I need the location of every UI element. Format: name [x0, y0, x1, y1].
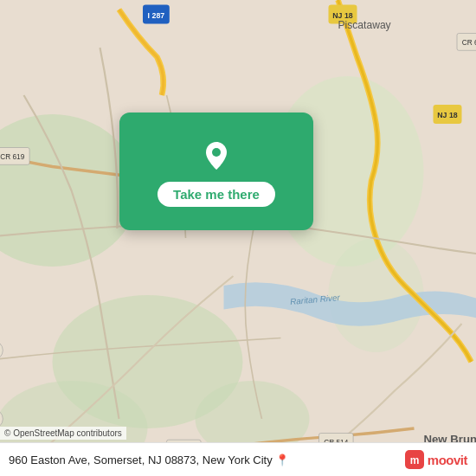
bottom-bar: 960 Easton Ave, Somerset, NJ 08873, New … — [0, 442, 476, 476]
map-attribution: © OpenStreetMap contributors — [0, 427, 126, 440]
map-background: I 287 NJ 18 NJ 18 CR 619 CR 514 CR 514 C… — [0, 0, 476, 476]
moovit-logo: m moovit — [405, 450, 467, 469]
location-card: Take me there — [119, 113, 313, 230]
moovit-app-icon: m — [405, 450, 424, 469]
svg-text:NJ 18: NJ 18 — [437, 111, 458, 119]
take-me-there-button[interactable]: Take me there — [158, 182, 275, 207]
svg-point-29 — [212, 148, 221, 157]
svg-text:Piscataway: Piscataway — [338, 19, 392, 31]
svg-text:CR 619: CR 619 — [0, 153, 24, 161]
location-pin-icon — [197, 137, 235, 175]
address-text: 960 Easton Ave, Somerset, NJ 08873, New … — [9, 453, 405, 466]
address-pin-emoji: 📍 — [275, 453, 289, 466]
moovit-brand-name: moovit — [428, 453, 467, 467]
map-container: I 287 NJ 18 NJ 18 CR 619 CR 514 CR 514 C… — [0, 0, 476, 476]
address-label: 960 Easton Ave, Somerset, NJ 08873, New … — [9, 453, 273, 466]
svg-text:I 287: I 287 — [148, 11, 165, 20]
svg-text:CR 609: CR 609 — [462, 39, 476, 47]
svg-text:m: m — [409, 454, 419, 466]
